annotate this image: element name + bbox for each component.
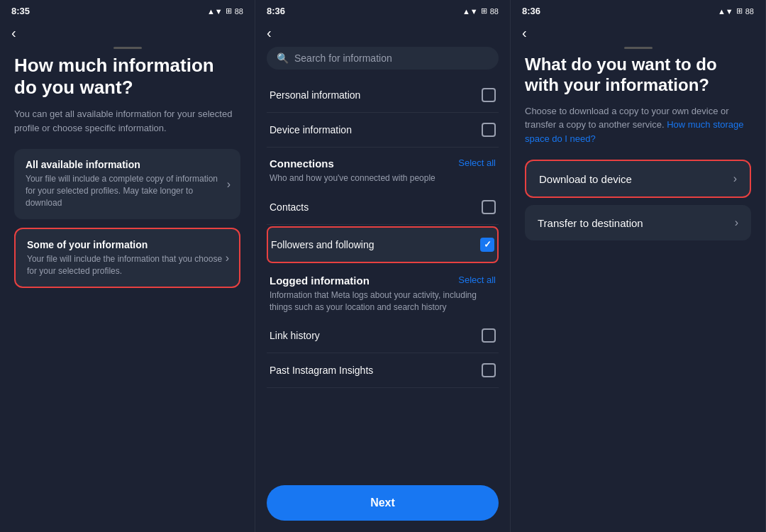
past-insights-item[interactable]: Past Instagram Insights (267, 353, 499, 388)
device-info-item[interactable]: Device information (267, 113, 499, 148)
contacts-checkbox[interactable] (482, 200, 496, 214)
personal-info-label: Personal information (270, 89, 360, 101)
followers-label: Followers and following (271, 239, 374, 250)
screen1-title: How much information do you want? (14, 55, 240, 99)
past-insights-label: Past Instagram Insights (270, 365, 373, 376)
screen3-content: What do you want to do with your informa… (511, 49, 765, 532)
battery-icon: 88 (235, 7, 243, 16)
next-button[interactable]: Next (267, 485, 499, 521)
status-bar-1: 8:35 ▲▼ ⊞ 88 (0, 0, 255, 19)
screen3-subtitle: Choose to download a copy to your own de… (525, 104, 751, 146)
connections-title: Connections (270, 157, 334, 170)
past-insights-checkbox[interactable] (482, 363, 496, 377)
nav-bar-2: ‹ (255, 19, 510, 44)
screen1-subtitle: You can get all available information fo… (14, 107, 240, 135)
screen2-content: 🔍 Search for information Personal inform… (255, 44, 510, 532)
all-info-title: All available information (26, 159, 229, 170)
signal-icon-3: ▲▼ (718, 7, 733, 16)
status-icons-3: ▲▼ ⊞ 88 (718, 6, 754, 16)
download-arrow: › (733, 172, 737, 185)
back-button-2[interactable]: ‹ (267, 25, 272, 41)
phone-screen-1: 8:35 ▲▼ ⊞ 88 ‹ How much information do y… (0, 0, 255, 532)
all-info-arrow: › (227, 178, 231, 191)
battery-icon-3: 88 (745, 7, 754, 16)
nav-bar-3: ‹ (511, 19, 765, 44)
link-history-label: Link history (270, 330, 320, 341)
contacts-item[interactable]: Contacts (267, 190, 499, 225)
time-2: 8:36 (267, 6, 285, 16)
wifi-icon: ⊞ (226, 6, 232, 16)
transfer-option[interactable]: Transfer to destination › (525, 205, 751, 240)
download-to-device-option[interactable]: Download to device › (525, 160, 751, 198)
status-bar-3: 8:36 ▲▼ ⊞ 88 (511, 0, 765, 19)
personal-info-checkbox[interactable] (482, 88, 496, 102)
some-info-option[interactable]: Some of your information Your file will … (14, 228, 240, 289)
all-info-desc: Your file will include a complete copy o… (26, 173, 229, 209)
followers-checkbox[interactable] (480, 238, 494, 252)
search-bar[interactable]: 🔍 Search for information (267, 47, 499, 70)
transfer-arrow: › (735, 216, 738, 229)
logged-section-header: Logged information Select all (267, 265, 499, 289)
search-placeholder: Search for information (294, 52, 392, 64)
screen3-title: What do you want to do with your informa… (525, 55, 751, 96)
followers-item[interactable]: Followers and following (267, 226, 499, 263)
download-label: Download to device (539, 173, 632, 185)
link-history-item[interactable]: Link history (267, 318, 499, 353)
connections-desc: Who and how you've connected with people (267, 172, 499, 190)
transfer-label: Transfer to destination (538, 217, 643, 229)
wifi-icon-2: ⊞ (481, 6, 487, 16)
signal-icon: ▲▼ (207, 7, 223, 16)
some-info-arrow: › (226, 252, 229, 265)
device-info-label: Device information (270, 124, 352, 135)
phone-screen-3: 8:36 ▲▼ ⊞ 88 ‹ What do you want to do wi… (511, 0, 766, 532)
status-bar-2: 8:36 ▲▼ ⊞ 88 (255, 0, 510, 19)
all-info-option[interactable]: All available information Your file will… (14, 149, 240, 218)
logged-title: Logged information (270, 275, 370, 287)
device-info-checkbox[interactable] (482, 123, 496, 137)
link-history-checkbox[interactable] (482, 328, 496, 343)
screen1-content: How much information do you want? You ca… (0, 49, 255, 532)
some-info-title: Some of your information (27, 239, 228, 250)
connections-section-header: Connections Select all (267, 148, 499, 172)
contacts-label: Contacts (270, 201, 309, 213)
status-icons-2: ▲▼ ⊞ 88 (462, 6, 499, 16)
nav-bar-1: ‹ (0, 19, 255, 44)
phone-screen-2: 8:36 ▲▼ ⊞ 88 ‹ 🔍 Search for information … (255, 0, 511, 532)
personal-info-item[interactable]: Personal information (267, 78, 499, 113)
time-3: 8:36 (522, 6, 540, 16)
logged-desc: Information that Meta logs about your ac… (267, 289, 499, 319)
status-icons-1: ▲▼ ⊞ 88 (207, 6, 243, 16)
some-info-desc: Your file will include the information t… (27, 253, 228, 277)
search-icon: 🔍 (277, 52, 289, 64)
connections-select-all[interactable]: Select all (458, 157, 496, 168)
battery-icon-2: 88 (490, 7, 499, 16)
logged-select-all[interactable]: Select all (458, 275, 496, 285)
signal-icon-2: ▲▼ (462, 7, 478, 16)
wifi-icon-3: ⊞ (736, 6, 743, 16)
back-button-1[interactable]: ‹ (11, 25, 16, 41)
back-button-3[interactable]: ‹ (522, 25, 527, 41)
time-1: 8:35 (11, 6, 30, 16)
